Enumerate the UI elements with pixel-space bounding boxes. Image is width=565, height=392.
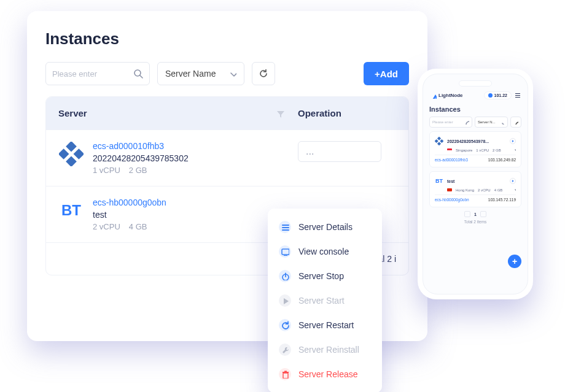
- centos-icon: [435, 137, 443, 145]
- filter-icon[interactable]: [276, 109, 284, 118]
- phone-topbar: LightNode 101.22: [429, 90, 521, 103]
- page-number: 1: [474, 212, 477, 217]
- menu-item-label: Server Release: [298, 369, 358, 379]
- menu-icon[interactable]: [515, 93, 520, 98]
- chevron-down-icon: [229, 70, 236, 77]
- flag-icon: [447, 148, 452, 152]
- phone-ip: 103.145.72.119: [488, 198, 516, 202]
- search-input-wrap[interactable]: [45, 62, 150, 85]
- phone-instance-name: 2022042820543978...: [447, 139, 506, 144]
- refresh-icon: [514, 120, 518, 125]
- bt-icon: BT: [435, 177, 443, 185]
- phone-search-placeholder: Please enter: [432, 120, 453, 124]
- chevron-down-icon: [501, 120, 505, 125]
- menu-item-label: Server Reinstall: [298, 345, 359, 355]
- phone-refresh-button[interactable]: [510, 117, 521, 128]
- brand-label: LightNode: [438, 93, 463, 98]
- table-header: Server Operation: [46, 97, 408, 129]
- add-button-label: +Add: [375, 69, 398, 79]
- menu-server-stop[interactable]: Server Stop: [268, 264, 382, 288]
- search-input[interactable]: [52, 69, 126, 79]
- add-button[interactable]: +Add: [364, 62, 409, 85]
- page-next[interactable]: [480, 211, 486, 217]
- filter-select[interactable]: Server Name: [157, 62, 244, 85]
- power-icon: [279, 270, 291, 282]
- page-title: Instances: [45, 29, 409, 48]
- phone-instance-name: test: [447, 179, 506, 183]
- header-operation: Operation: [298, 108, 341, 118]
- search-icon: [133, 69, 143, 79]
- phone-add-fab[interactable]: +: [508, 255, 521, 268]
- phone-region: Hong Kong: [456, 188, 474, 192]
- operation-menu-button[interactable]: ...: [298, 141, 381, 162]
- phone-cpu: 1 vCPU: [476, 148, 489, 152]
- balance-value: 101.22: [494, 93, 507, 98]
- phone-play-button[interactable]: [510, 178, 516, 184]
- phone-filter-select[interactable]: Server N...: [475, 117, 508, 128]
- menu-server-start: Server Start: [268, 288, 382, 313]
- menu-server-release[interactable]: Server Release: [268, 362, 382, 386]
- menu-server-details[interactable]: Server Details: [268, 215, 382, 239]
- chevron-right-icon[interactable]: [512, 188, 516, 192]
- refresh-icon: [259, 69, 268, 79]
- phone-select-label: Server N...: [478, 120, 496, 124]
- phone-region: Singapore: [456, 148, 472, 152]
- phone-mock: LightNode 101.22 Instances Please enter …: [418, 69, 533, 299]
- toolbar: Server Name +Add: [45, 62, 409, 85]
- menu-item-label: Server Start: [298, 296, 345, 306]
- menu-item-label: Server Stop: [298, 271, 344, 281]
- chevron-right-icon[interactable]: [512, 148, 516, 152]
- instance-link[interactable]: ecs-ad000010fhb3: [93, 141, 189, 151]
- phone-toolbar: Please enter Server N...: [429, 117, 521, 128]
- phone-play-button[interactable]: [510, 138, 516, 144]
- play-icon: [279, 294, 291, 307]
- phone-ram: 2 GB: [493, 148, 501, 152]
- phone-total: Total 2 items: [429, 220, 521, 224]
- filter-select-label: Server Name: [165, 69, 216, 79]
- dots-icon: ...: [306, 146, 314, 157]
- phone-ip: 103.136.249.82: [488, 158, 516, 162]
- currency-icon: [488, 93, 493, 98]
- instance-specs: 1 vCPU2 GB: [93, 166, 189, 175]
- menu-item-label: Server Details: [298, 222, 353, 232]
- phone-instance-card: 2022042820543978... Singapore 1 vCPU 2 G…: [429, 131, 521, 167]
- instance-link[interactable]: ecs-hb00000g0obn: [93, 198, 166, 207]
- phone-instance-card: BT test Hong Kong 2 vCPU 4 GB ecs-hb0000…: [429, 171, 521, 207]
- bt-icon: BT: [58, 198, 84, 223]
- centos-icon: [58, 141, 84, 167]
- restart-icon: [279, 319, 291, 331]
- brand: LightNode: [431, 93, 463, 99]
- table-row: ecs-ad000010fhb3 20220428205439785302 1 …: [46, 129, 408, 186]
- phone-page-title: Instances: [429, 106, 521, 113]
- phone-cpu: 2 vCPU: [478, 188, 491, 192]
- flag-icon: [447, 188, 452, 191]
- instance-specs: 2 vCPU4 GB: [93, 222, 166, 231]
- phone-notch: [459, 80, 492, 86]
- phone-pagination: 1: [429, 211, 521, 217]
- instance-name: test: [93, 210, 166, 220]
- console-icon: [279, 245, 291, 258]
- operation-action-menu: Server Details View console Server Stop …: [268, 209, 382, 392]
- menu-server-restart[interactable]: Server Restart: [268, 313, 382, 337]
- header-server: Server: [58, 108, 87, 118]
- phone-instance-link[interactable]: ecs-ad000010fhb3: [435, 158, 468, 162]
- phone-search-input[interactable]: Please enter: [429, 117, 472, 128]
- logo-icon: [431, 93, 437, 99]
- balance-pill[interactable]: 101.22: [484, 91, 512, 99]
- trash-icon: [279, 368, 291, 380]
- menu-item-label: View console: [298, 247, 349, 256]
- list-icon: [279, 221, 291, 233]
- menu-item-label: Server Restart: [298, 320, 354, 330]
- wrench-icon: [279, 344, 291, 356]
- page-prev[interactable]: [464, 211, 470, 217]
- refresh-button[interactable]: [252, 62, 275, 85]
- instance-name: 20220428205439785302: [93, 153, 189, 163]
- menu-view-console[interactable]: View console: [268, 239, 382, 264]
- search-icon: [465, 120, 469, 125]
- phone-ram: 4 GB: [494, 188, 503, 192]
- menu-server-reinstall: Server Reinstall: [268, 337, 382, 362]
- phone-instance-link[interactable]: ecs-hb00000g0obn: [435, 198, 469, 202]
